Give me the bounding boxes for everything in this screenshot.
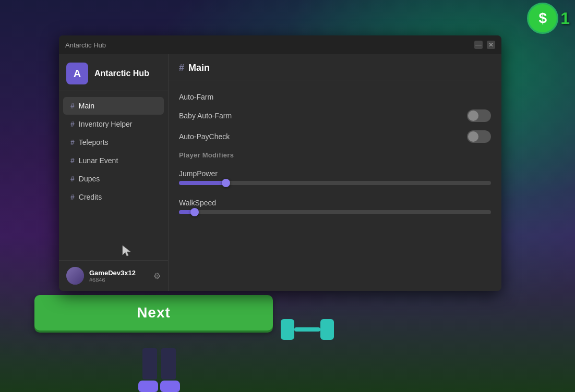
sidebar: A Antarctic Hub # Main # Inventory Helpe… [59, 54, 169, 291]
character-right-leg [161, 348, 176, 379]
main-window: Antarctic Hub — ✕ A Antarctic Hub # Main… [59, 35, 501, 291]
svg-marker-0 [123, 246, 130, 256]
baby-auto-farm-label: Baby Auto-Farm [179, 112, 232, 120]
dollar-sign: $ [538, 10, 547, 27]
hash-icon-credits: # [70, 193, 75, 201]
character-right-shoe [160, 381, 180, 392]
sidebar-item-inventory-helper[interactable]: # Inventory Helper [63, 115, 164, 133]
auto-paycheck-knob [468, 131, 478, 142]
walk-speed-slider[interactable] [179, 210, 491, 214]
sidebar-label-main: Main [79, 102, 94, 110]
hash-icon-lunar: # [70, 156, 75, 165]
next-button[interactable]: Next [34, 295, 273, 330]
cursor-icon [122, 244, 132, 257]
hash-icon-inventory: # [70, 120, 75, 128]
baby-auto-farm-knob [468, 111, 478, 121]
content-header: # Main [169, 54, 501, 80]
walk-speed-label: WalkSpeed [179, 199, 491, 207]
jump-power-thumb[interactable] [222, 179, 230, 187]
sidebar-header: A Antarctic Hub [59, 54, 168, 91]
sidebar-item-credits[interactable]: # Credits [63, 188, 164, 206]
auto-paycheck-label: Auto-PayCheck [179, 132, 230, 141]
sidebar-label-credits: Credits [79, 193, 102, 201]
minimize-button[interactable]: — [474, 41, 483, 49]
jump-power-section: JumpPower [179, 169, 491, 192]
character-lower-body [138, 348, 180, 392]
walk-speed-section: WalkSpeed [179, 199, 491, 222]
user-tag: #6846 [89, 277, 148, 283]
nav-list: # Main # Inventory Helper # Teleports # … [59, 91, 168, 244]
content-hash-icon: # [179, 63, 184, 74]
character-left-leg [142, 348, 157, 379]
next-button-container: Next [34, 295, 273, 330]
auto-farm-row: Auto-Farm [179, 90, 491, 104]
user-avatar-image [66, 267, 84, 285]
content-title: Main [188, 63, 210, 74]
auto-farm-label: Auto-Farm [179, 93, 213, 101]
title-bar: Antarctic Hub — ✕ [59, 35, 501, 54]
content-body: Auto-Farm Baby Auto-Farm Auto-PayCheck [169, 80, 501, 231]
walk-speed-thumb[interactable] [190, 208, 199, 216]
window-body: A Antarctic Hub # Main # Inventory Helpe… [59, 54, 501, 291]
sidebar-item-dupes[interactable]: # Dupes [63, 170, 164, 188]
money-display: $ 1 [527, 3, 570, 34]
hash-icon-dupes: # [70, 175, 75, 183]
sidebar-item-teleports[interactable]: # Teleports [63, 133, 164, 151]
main-content-panel: # Main Auto-Farm Baby Auto-Farm Auto-P [169, 54, 501, 291]
sidebar-title: Antarctic Hub [94, 69, 149, 78]
window-controls: — ✕ [474, 41, 495, 49]
money-icon: $ [527, 3, 558, 34]
baby-auto-farm-row: Baby Auto-Farm [179, 106, 491, 125]
avatar: A [66, 63, 88, 84]
jump-power-slider[interactable] [179, 181, 491, 185]
sidebar-item-lunar-event[interactable]: # Lunar Event [63, 152, 164, 169]
sidebar-label-lunar: Lunar Event [79, 156, 118, 165]
auto-paycheck-toggle[interactable] [467, 130, 491, 143]
dumbbell-bar [294, 327, 320, 332]
jump-power-label: JumpPower [179, 169, 491, 178]
money-count: 1 [560, 9, 570, 28]
user-name: GameDev3x12 [89, 269, 148, 277]
user-avatar [66, 267, 84, 285]
auto-paycheck-row: Auto-PayCheck [179, 127, 491, 146]
dumbbell [281, 319, 334, 340]
sidebar-label-inventory: Inventory Helper [79, 120, 133, 128]
character-left-shoe [138, 381, 158, 392]
dumbbell-left-head [281, 319, 294, 340]
sidebar-label-teleports: Teleports [79, 138, 109, 146]
hash-icon-main: # [70, 102, 75, 110]
hash-icon-teleports: # [70, 138, 75, 146]
jump-power-fill [179, 181, 226, 185]
baby-auto-farm-toggle[interactable] [467, 109, 491, 122]
sidebar-label-dupes: Dupes [79, 175, 100, 183]
player-modifiers-label: Player Modifiers [179, 151, 491, 159]
close-button[interactable]: ✕ [487, 41, 495, 49]
user-info: GameDev3x12 #6846 [89, 269, 148, 283]
dumbbell-right-head [320, 319, 334, 340]
settings-button[interactable]: ⚙ [153, 271, 161, 281]
sidebar-footer: GameDev3x12 #6846 ⚙ [59, 260, 168, 291]
window-title: Antarctic Hub [65, 41, 106, 49]
sidebar-item-main[interactable]: # Main [63, 97, 164, 115]
